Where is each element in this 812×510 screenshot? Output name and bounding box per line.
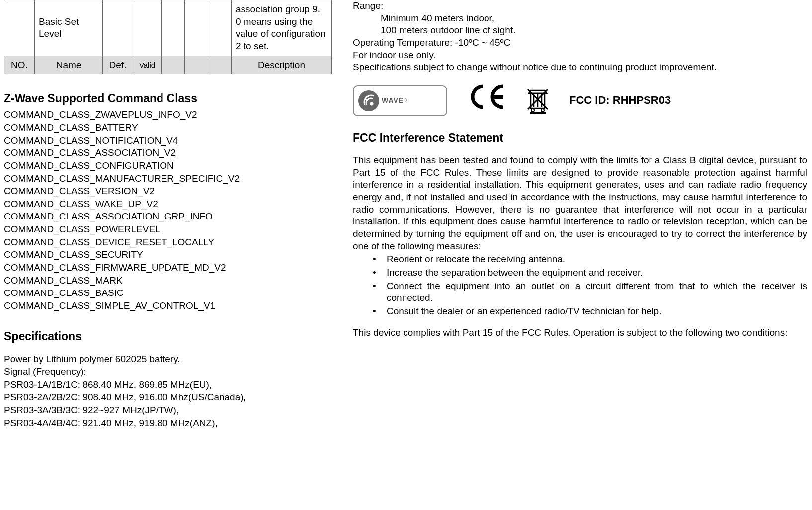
list-item: Increase the separation between the equi…	[373, 267, 807, 279]
list-item: COMMAND_CLASS_NOTIFICATION_V4	[4, 134, 339, 147]
svg-point-8	[531, 109, 534, 112]
spec-optemp: Operating Temperature: -10ºC ~ 45ºC	[353, 37, 807, 49]
list-item: COMMAND_CLASS_ZWAVEPLUS_INFO_V2	[4, 108, 339, 121]
left-column: Basic Set Level association group 9. 0 m…	[0, 0, 348, 510]
params-table: Basic Set Level association group 9. 0 m…	[4, 0, 332, 74]
list-item: COMMAND_CLASS_CONFIGURATION	[4, 159, 339, 172]
list-item: COMMAND_CLASS_MARK	[4, 274, 339, 287]
spec-indoor: For indoor use only.	[353, 49, 807, 62]
logo-row: Z WAVE ®	[353, 83, 807, 118]
svg-point-1	[370, 102, 374, 105]
spec-line: PSR03-2A/2B/2C: 908.40 MHz, 916.00 Mhz(U…	[4, 391, 339, 404]
table-row: Basic Set Level association group 9. 0 m…	[4, 0, 332, 56]
cell-empty	[185, 0, 208, 56]
command-class-list: COMMAND_CLASS_ZWAVEPLUS_INFO_V2 COMMAND_…	[4, 108, 339, 312]
fcc-paragraph-1: This equipment has been tested and found…	[353, 154, 807, 253]
spec-range-outdoor: 100 meters outdoor line of sight.	[353, 24, 807, 37]
list-item: COMMAND_CLASS_MANUFACTURER_SPECIFIC_V2	[4, 172, 339, 185]
header-empty	[185, 56, 208, 74]
page: Basic Set Level association group 9. 0 m…	[0, 0, 812, 510]
header-empty	[162, 56, 185, 74]
fcc-id: FCC ID: RHHPSR03	[569, 93, 671, 108]
cell-empty	[208, 0, 232, 56]
spec-line: PSR03-4A/4B/4C: 921.40 MHz, 919.80 MHz(A…	[4, 417, 339, 430]
list-item: COMMAND_CLASS_POWERLEVEL	[4, 223, 339, 236]
list-item: Connect the equipment into an outlet on …	[373, 280, 807, 304]
svg-text:Z: Z	[364, 95, 368, 101]
table-header-row: NO. Name Def. Valid Description	[4, 56, 332, 74]
list-item: COMMAND_CLASS_ASSOCIATION_V2	[4, 146, 339, 159]
spec-line: Power by Lithium polymer 602025 battery.	[4, 353, 339, 365]
list-item: COMMAND_CLASS_SECURITY	[4, 248, 339, 261]
fcc-bullets: Reorient or relocate the receiving anten…	[353, 253, 807, 317]
zwave-logo: Z WAVE ®	[353, 85, 447, 116]
spec-line: PSR03-3A/3B/3C: 922~927 MHz(JP/TW),	[4, 404, 339, 417]
svg-rect-3	[494, 95, 503, 99]
list-item: Consult the dealer or an experienced rad…	[373, 305, 807, 318]
heading-fcc: FCC Interference Statement	[353, 131, 807, 146]
list-item: Reorient or relocate the receiving anten…	[373, 253, 807, 266]
header-empty	[208, 56, 232, 74]
list-item: COMMAND_CLASS_SIMPLE_AV_CONTROL_V1	[4, 299, 339, 312]
cell-empty	[162, 0, 185, 56]
list-item: COMMAND_CLASS_ASSOCIATION_GRP_INFO	[4, 210, 339, 223]
header-name: Name	[35, 56, 103, 74]
zwave-label: WAVE	[382, 96, 404, 105]
cell-desc: association group 9. 0 means using the v…	[232, 0, 332, 56]
svg-rect-12	[530, 112, 546, 114]
ce-mark-icon	[467, 83, 506, 118]
list-item: COMMAND_CLASS_WAKE_UP_V2	[4, 198, 339, 211]
header-def: Def.	[103, 56, 133, 74]
spec-changes: Specifications subject to change without…	[353, 61, 807, 73]
spec-line: Signal (Frequency):	[4, 365, 339, 378]
list-item: COMMAND_CLASS_BATTERY	[4, 121, 339, 134]
right-column: Range: Minimum 40 meters indoor, 100 met…	[348, 0, 812, 510]
spec-range-label: Range:	[353, 0, 807, 12]
svg-point-0	[358, 90, 379, 111]
cell-def	[103, 0, 133, 56]
svg-point-9	[541, 109, 544, 112]
spec-range-indoor: Minimum 40 meters indoor,	[353, 12, 807, 25]
list-item: COMMAND_CLASS_BASIC	[4, 287, 339, 299]
heading-zwave-classes: Z-Wave Supported Command Class	[4, 91, 339, 106]
list-item: COMMAND_CLASS_DEVICE_RESET_LOCALLY	[4, 236, 339, 249]
specifications-block: Power by Lithium polymer 602025 battery.…	[4, 353, 339, 429]
spec-line: PSR03-1A/1B/1C: 868.40 MHz, 869.85 MHz(E…	[4, 378, 339, 391]
list-item: COMMAND_CLASS_VERSION_V2	[4, 185, 339, 198]
cell-no	[4, 0, 35, 56]
header-desc: Description	[232, 56, 332, 74]
header-valid: Valid	[133, 56, 162, 74]
cell-name: Basic Set Level	[35, 0, 103, 56]
fcc-paragraph-2: This device complies with Part 15 of the…	[353, 327, 807, 339]
header-no: NO.	[4, 56, 35, 74]
zwave-icon: Z	[358, 90, 380, 112]
heading-specifications: Specifications	[4, 329, 339, 344]
list-item: COMMAND_CLASS_FIRMWARE_UPDATE_MD_V2	[4, 261, 339, 274]
weee-icon	[526, 87, 550, 114]
cell-valid	[133, 0, 162, 56]
